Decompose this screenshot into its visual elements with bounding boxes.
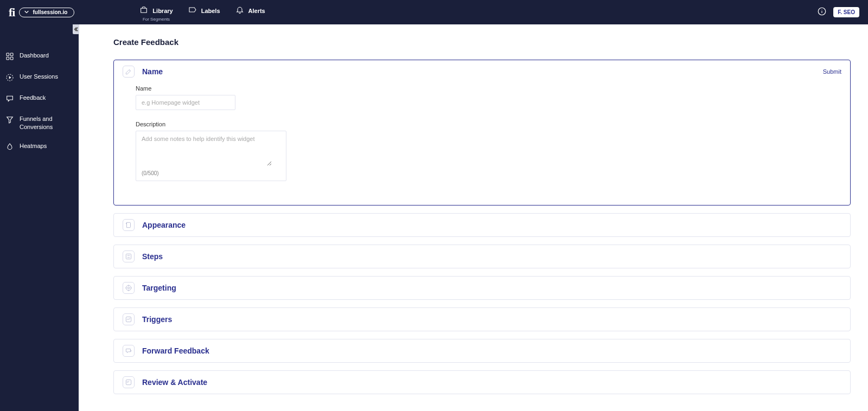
topbar-right: F. SEO: [817, 7, 859, 18]
sidebar-collapse-handle[interactable]: [73, 24, 79, 34]
info-icon[interactable]: [817, 7, 827, 18]
description-box: (0/500): [136, 131, 286, 181]
sidebar-item-user-sessions[interactable]: User Sessions: [0, 67, 79, 88]
section-appearance-title: Appearance: [142, 221, 186, 229]
sidebar-item-heatmaps[interactable]: Heatmaps: [0, 137, 79, 158]
name-input[interactable]: [136, 95, 235, 110]
section-review: Review & Activate: [113, 370, 851, 394]
topnav-labels-label: Labels: [201, 8, 220, 14]
svg-point-11: [126, 285, 131, 290]
sidebar-item-label: Heatmaps: [20, 142, 47, 150]
svg-point-12: [127, 287, 130, 289]
library-icon: [139, 5, 148, 16]
section-targeting: Targeting: [113, 276, 851, 300]
logo: fi: [9, 5, 15, 20]
topnav: Library For Segments Labels Alerts: [139, 3, 265, 22]
chat-icon: [5, 94, 14, 104]
forward-icon: [123, 345, 135, 357]
sidebar-item-label: Dashboard: [20, 52, 49, 60]
svg-rect-5: [7, 57, 9, 60]
name-field-label: Name: [136, 85, 828, 92]
section-name-header[interactable]: Name Submit: [114, 60, 850, 83]
svg-rect-4: [10, 53, 13, 56]
section-appearance-header[interactable]: Appearance: [114, 214, 850, 236]
description-textarea[interactable]: [142, 136, 272, 166]
sidebar-item-funnels[interactable]: Funnels and Conversions: [0, 110, 79, 137]
section-name: Name Submit Name Description (0/500): [113, 60, 851, 206]
topnav-library[interactable]: Library For Segments: [139, 3, 173, 22]
heatmap-icon: [5, 142, 14, 152]
section-forward-title: Forward Feedback: [142, 346, 209, 355]
sidebar-item-feedback[interactable]: Feedback: [0, 88, 79, 110]
section-review-header[interactable]: Review & Activate: [114, 371, 850, 394]
section-targeting-title: Targeting: [142, 284, 176, 292]
activity-icon: [123, 313, 135, 325]
section-triggers-header[interactable]: Triggers: [114, 308, 850, 331]
dashboard-icon: [5, 52, 14, 62]
steps-icon: [123, 251, 135, 262]
funnel-icon: [5, 115, 14, 125]
sidebar-item-label: Feedback: [20, 94, 46, 102]
section-forward: Forward Feedback: [113, 339, 851, 363]
description-counter: (0/500): [142, 170, 280, 176]
section-review-title: Review & Activate: [142, 378, 207, 387]
svg-rect-6: [10, 57, 13, 60]
palette-icon: [123, 219, 135, 231]
sidebar: Dashboard User Sessions Feedback Funnels…: [0, 24, 79, 411]
play-circle-icon: [5, 73, 14, 83]
edit-icon: [123, 66, 135, 78]
svg-rect-3: [7, 53, 9, 56]
chevron-down-icon: [24, 9, 29, 16]
topnav-alerts[interactable]: Alerts: [235, 3, 265, 16]
page-title: Create Feedback: [113, 37, 851, 47]
sidebar-item-label: User Sessions: [20, 73, 58, 81]
section-targeting-header[interactable]: Targeting: [114, 277, 850, 299]
submit-button[interactable]: Submit: [823, 68, 841, 75]
topnav-library-sublabel: For Segments: [143, 17, 170, 22]
svg-rect-8: [126, 254, 131, 259]
section-steps-header[interactable]: Steps: [114, 245, 850, 268]
section-forward-header[interactable]: Forward Feedback: [114, 339, 850, 362]
topnav-alerts-label: Alerts: [248, 8, 265, 14]
sidebar-item-dashboard[interactable]: Dashboard: [0, 46, 79, 67]
user-badge[interactable]: F. SEO: [833, 7, 859, 17]
bell-icon: [235, 5, 244, 16]
section-name-body: Name Description (0/500): [114, 83, 850, 205]
target-icon: [123, 282, 135, 294]
section-triggers: Triggers: [113, 307, 851, 331]
topnav-labels[interactable]: Labels: [188, 3, 220, 16]
check-circle-icon: [123, 376, 135, 388]
section-name-title: Name: [142, 67, 163, 76]
workspace-name: fullsession.io: [33, 9, 67, 15]
section-triggers-title: Triggers: [142, 315, 172, 324]
section-appearance: Appearance: [113, 213, 851, 237]
labels-icon: [188, 5, 197, 16]
workspace-switcher[interactable]: fullsession.io: [19, 8, 74, 17]
topbar: fi fullsession.io Library For Segments L…: [0, 0, 868, 24]
topnav-library-label: Library: [152, 8, 173, 14]
section-steps-title: Steps: [142, 252, 163, 261]
description-field-label: Description: [136, 121, 828, 127]
sidebar-item-label: Funnels and Conversions: [20, 115, 73, 131]
main-content: Create Feedback Name Submit Name Descrip…: [79, 24, 868, 411]
section-steps: Steps: [113, 245, 851, 268]
svg-point-2: [822, 9, 822, 10]
